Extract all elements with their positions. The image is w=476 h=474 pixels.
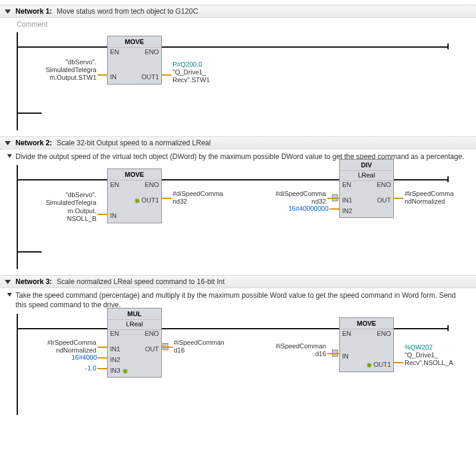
- in-stub: [98, 74, 107, 76]
- rail-wire: [18, 179, 107, 180]
- network-title[interactable]: Move status word from tech object to G12…: [57, 7, 198, 15]
- in-stub: [327, 353, 339, 354]
- move-out-tag[interactable]: %QW202 "Q_Drive1_ Recv".NSOLL_A: [405, 344, 453, 367]
- port-out1: ✸OUT1: [134, 197, 159, 205]
- move-block[interactable]: MOVE EN ENO IN ✸OUT1: [339, 317, 394, 372]
- port-eno: ENO: [145, 181, 159, 188]
- port-out: OUT: [145, 345, 159, 353]
- port-out1: OUT1: [142, 73, 159, 80]
- network-header[interactable]: Network 3: Scale normalized LReal speed …: [0, 275, 476, 288]
- move-out-tag[interactable]: #diSpeedComma nd32: [173, 190, 223, 205]
- port-in: IN: [110, 73, 117, 80]
- network-comment[interactable]: Comment: [0, 18, 476, 32]
- mul-out-tag[interactable]: #iSpeedComman d16: [174, 339, 224, 354]
- eno-wire: [162, 46, 447, 48]
- out-stub: [162, 74, 171, 76]
- tag-text: #diSpeedComma nd32: [173, 190, 223, 205]
- port-in2: IN2: [342, 207, 352, 214]
- open-rung-wire: [18, 251, 42, 252]
- block-title: DIV: [340, 160, 393, 171]
- port-eno: ENO: [377, 330, 391, 337]
- block-title: MOVE: [340, 318, 393, 329]
- port-in2: IN2: [110, 356, 120, 363]
- wire-endcap: [447, 176, 449, 182]
- div-in1-tag[interactable]: #diSpeedComma nd32: [267, 190, 326, 205]
- network-header[interactable]: Network 2: Scale 32-bit Output speed to …: [0, 136, 476, 149]
- div-block[interactable]: DIV LReal EN ENO IN1 OUT IN2: [339, 159, 394, 218]
- tag-text: #diSpeedComma nd32: [275, 190, 326, 205]
- chevron-down-icon[interactable]: [5, 141, 11, 145]
- in2-stub: [330, 208, 339, 210]
- network-title[interactable]: Scale normalized LReal speed command to …: [57, 277, 224, 286]
- chevron-down-icon[interactable]: [7, 293, 12, 297]
- tag-text: "Q_Drive1_ Recv".STW1: [173, 68, 210, 83]
- network-comment[interactable]: Take the speed command (percentage) and …: [0, 288, 476, 313]
- tag-text: #lrSpeedComma ndNormalized: [47, 339, 96, 354]
- port-in1: IN1: [342, 197, 352, 204]
- move-in-tag[interactable]: "dbServo". SimulatedTelegra m.Output. NS…: [24, 191, 96, 223]
- in1-stub: [98, 347, 107, 348]
- port-en: EN: [110, 48, 119, 55]
- star-icon: ✸: [134, 197, 140, 205]
- move-block[interactable]: MOVE EN ENO ✸OUT1: [107, 169, 162, 208]
- network-label: Network 2:: [15, 139, 52, 147]
- out-stub: [162, 347, 173, 348]
- address-text: %QW202: [405, 344, 433, 351]
- tag-text: #iSpeedComman d16: [275, 342, 326, 357]
- tag-text: "dbServo". SimulatedTelegra m.Output.STW…: [46, 58, 96, 81]
- comment-text[interactable]: Take the speed command (percentage) and …: [15, 291, 471, 310]
- move-block[interactable]: MOVE EN ENO IN OUT1: [107, 36, 162, 85]
- rung-area: MOVE EN ENO ✸OUT1 IN DIV LReal EN ENO IN…: [17, 165, 459, 269]
- block-subtitle: LReal: [340, 171, 393, 181]
- wire-endcap: [447, 325, 449, 331]
- tag-text: #iSpeedComman d16: [174, 339, 224, 354]
- out-stub: [162, 198, 171, 199]
- chevron-down-icon[interactable]: [5, 280, 11, 284]
- comment-placeholder[interactable]: Comment: [17, 20, 471, 29]
- network-label: Network 3:: [15, 277, 52, 286]
- in1-stub: [327, 198, 339, 199]
- wire-endcap: [447, 43, 449, 49]
- port-label: OUT1: [142, 197, 159, 204]
- mul-in3-tag[interactable]: -1.0: [80, 364, 96, 372]
- network-title[interactable]: Scale 32-bit Output speed to a normalize…: [57, 139, 211, 147]
- network-header[interactable]: Network 1: Move status word from tech ob…: [0, 5, 476, 18]
- star-icon: ✸: [122, 367, 129, 376]
- port-in1: IN1: [110, 345, 120, 353]
- move-block-ext: IN: [107, 207, 162, 223]
- block-title: MOVE: [108, 169, 161, 180]
- network-label: Network 1:: [15, 7, 52, 15]
- block-subtitle: LReal: [108, 320, 161, 330]
- eno-wire: [162, 328, 339, 329]
- mul-in2-tag[interactable]: 16#4000: [64, 354, 97, 361]
- mul-in1-tag[interactable]: #lrSpeedComma ndNormalized: [29, 339, 96, 354]
- comment-text[interactable]: Divide the output speed of the virtual t…: [15, 152, 470, 161]
- port-out1: ✸OUT1: [366, 361, 391, 370]
- in-stub: [98, 214, 107, 215]
- chevron-down-icon[interactable]: [5, 10, 11, 14]
- in2-stub: [98, 357, 107, 358]
- port-eno: ENO: [377, 181, 391, 188]
- tag-text: 16#40000000: [289, 205, 328, 212]
- port-out: OUT: [377, 197, 391, 204]
- out-stub: [394, 362, 403, 363]
- in3-stub: [98, 368, 107, 369]
- network-comment[interactable]: Divide the output speed of the virtual t…: [0, 149, 476, 165]
- eno-wire: [394, 179, 447, 180]
- move-in-tag[interactable]: #iSpeedComman d16: [267, 342, 326, 358]
- port-en: EN: [342, 330, 351, 337]
- rung-area: MOVE EN ENO IN OUT1 "dbServo". Simulated…: [17, 32, 459, 130]
- div-out-tag[interactable]: #lrSpeedComma ndNormalized: [405, 190, 454, 205]
- in-tag[interactable]: "dbServo". SimulatedTelegra m.Output.STW…: [30, 58, 96, 82]
- div-in2-tag[interactable]: 16#40000000: [281, 205, 328, 213]
- tag-text: 16#4000: [71, 354, 97, 361]
- port-en: EN: [110, 181, 119, 188]
- out-tag[interactable]: P#Q200.0 "Q_Drive1_ Recv".STW1: [173, 61, 210, 85]
- port-en: EN: [110, 330, 119, 337]
- rail-wire: [18, 46, 107, 48]
- chevron-down-icon[interactable]: [7, 154, 12, 158]
- rung-area: MUL LReal EN ENO IN1 OUT IN2 IN3 ✸ MOVE …: [17, 314, 459, 415]
- mul-block[interactable]: MUL LReal EN ENO IN1 OUT IN2 IN3 ✸: [107, 308, 162, 378]
- rail-wire: [18, 328, 107, 329]
- port-in: IN: [342, 353, 349, 360]
